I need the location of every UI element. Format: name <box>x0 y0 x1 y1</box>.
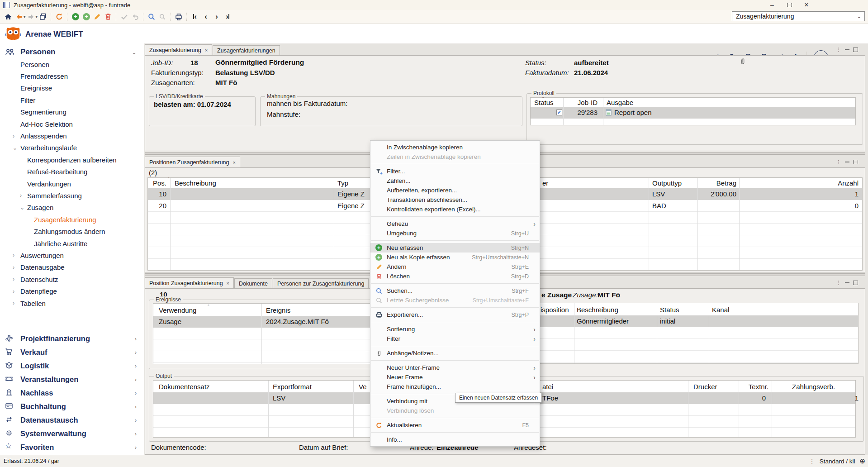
sidebar-item-tabellen[interactable]: ›Tabellen <box>0 297 144 309</box>
menu-item-neu-als-kopie-erfassen[interactable]: Neu als Kopie erfassenStrg+Umschalttaste… <box>370 253 540 262</box>
menu-item-sortierung[interactable]: Sortierung <box>370 324 540 334</box>
close-icon[interactable]: × <box>205 48 208 53</box>
sidebar-section-veranstaltungen[interactable]: Veranstaltungen› <box>0 372 144 386</box>
cell-betrag: 2'000.00 <box>697 190 736 198</box>
panel-controls[interactable]: ⋮ <box>836 280 858 286</box>
sidebar-item-fremdadressen[interactable]: Fremdadressen <box>0 70 144 82</box>
nav-prev-button[interactable]: ‹ <box>201 11 211 22</box>
menu-item-info[interactable]: Info... <box>370 435 540 444</box>
menu-item-neu-erfassen[interactable]: Neu erfassenStrg+N <box>370 243 540 253</box>
home-button[interactable] <box>3 11 13 22</box>
nav-next-button[interactable]: › <box>212 11 222 22</box>
confirm-button[interactable] <box>119 11 129 22</box>
sidebar-item-refuse-bearbeitung[interactable]: Refusé-Bearbeitung <box>0 166 144 178</box>
tab-zusagenfakturierung[interactable]: Zusagenfakturierung× <box>145 44 212 55</box>
sidebar-item-datenpflege[interactable]: ›Datenpflege <box>0 285 144 297</box>
menu-item-transaktionen-abschliessen[interactable]: Transaktionen abschliessen... <box>370 195 540 205</box>
menu-item-gehezu[interactable]: Gehezu <box>370 219 540 229</box>
checkbox-checked[interactable] <box>556 110 562 115</box>
sidebar-section-favoriten[interactable]: ☆Favoriten› <box>0 440 144 454</box>
new-record-button[interactable] <box>71 11 81 22</box>
sidebar-section-verkauf[interactable]: Verkauf› <box>0 345 144 359</box>
sidebar-item-zusagen[interactable]: ⌄Zusagen <box>0 202 144 214</box>
sidebar-item-zusagenfakturierung[interactable]: Zusagenfakturierung <box>0 214 144 225</box>
sidebar-item-verdankungen[interactable]: Verdankungen <box>0 178 144 190</box>
menu-item-neuer-frame[interactable]: Neuer Frame <box>370 372 540 382</box>
menu-item-zaehlen[interactable]: Zählen... <box>370 176 540 186</box>
undo-button[interactable] <box>130 11 140 22</box>
sidebar-item-auswertungen[interactable]: ›Auswertungen <box>0 249 144 261</box>
sidebar-section-logistik[interactable]: Logistik› <box>0 359 144 372</box>
menu-item-filter-submenu[interactable]: Filter <box>370 334 540 343</box>
tab-positionen-zusagenfakturierung[interactable]: Positionen Zusagenfakturierung× <box>145 157 240 167</box>
sidebar-section-nachlass[interactable]: Nachlass› <box>0 386 144 400</box>
submenu-arrow-icon <box>533 335 536 343</box>
new-copy-button[interactable] <box>81 11 91 22</box>
module-selector-value: Zusagenfakturierung <box>736 13 794 20</box>
windows-button[interactable] <box>38 11 48 22</box>
sidebar-item-anlassspenden[interactable]: ›Anlassspenden <box>0 130 144 142</box>
status-profile-text[interactable]: Standard / kli <box>820 458 855 465</box>
zusagenarten-value: MIT Fö <box>215 79 237 86</box>
edit-button[interactable] <box>92 11 102 22</box>
minimize-button[interactable]: – <box>764 0 781 10</box>
menu-item-in-zwischenablage-kopieren[interactable]: In Zwischenablage kopieren <box>370 143 540 152</box>
status-circle-icon[interactable]: ⊕ <box>859 457 865 465</box>
sidebar-section-personen[interactable]: Personen ⌄ <box>0 45 144 59</box>
sidebar-item-datenausgabe[interactable]: ›Datenausgabe <box>0 262 144 273</box>
module-selector[interactable]: Zusagenfakturierung ⌄ <box>732 11 865 21</box>
sidebar-section-datenaustausch[interactable]: Datenaustausch› <box>0 413 144 427</box>
maximize-button[interactable] <box>781 0 798 10</box>
close-icon[interactable]: × <box>227 281 229 286</box>
nav-first-button[interactable]: ‹ <box>190 11 200 22</box>
back-dropdown-icon[interactable]: ▾ <box>24 14 26 19</box>
panel-controls[interactable]: ⋮ <box>836 47 858 53</box>
sidebar-item-korrespondenzen-aufbereiten[interactable]: Korrespondenzen aufbereiten <box>0 154 144 166</box>
menu-item-anhaenge-notizen[interactable]: Anhänge/Notizen... <box>370 348 540 358</box>
menu-item-suchen[interactable]: Suchen...Strg+F <box>370 286 540 295</box>
search-button[interactable] <box>147 11 157 22</box>
close-icon[interactable]: × <box>233 160 236 165</box>
back-button[interactable] <box>14 11 24 22</box>
paperclip-icon[interactable] <box>739 57 747 66</box>
forward-button[interactable] <box>26 11 36 22</box>
menu-item-kontrolldaten-exportieren[interactable]: Kontrolldaten exportieren (Excel)... <box>370 205 540 214</box>
sidebar-item-verarbeitungslaeufe[interactable]: ⌄Verarbeitungsläufe <box>0 142 144 154</box>
tab-position-zusagenfakturierung[interactable]: Position Zusagenfakturierung× <box>145 277 234 288</box>
sidebar-section-buchhaltung[interactable]: Buchhaltung› <box>0 400 144 413</box>
panel-controls[interactable]: ⋮ <box>836 159 858 165</box>
menu-separator <box>371 216 539 217</box>
sidebar-section-projektfinanzierung[interactable]: Projektfinanzierung› <box>0 332 144 345</box>
sidebar-item-ereignisse[interactable]: Ereignisse <box>0 82 144 94</box>
sidebar-item-segmentierung[interactable]: Segmentierung <box>0 106 144 118</box>
menu-item-aufbereiten-exportieren[interactable]: Aufbereiten, exportieren... <box>370 186 540 195</box>
forward-dropdown-icon[interactable]: ▾ <box>36 14 38 19</box>
table-row-selected[interactable] <box>526 315 858 327</box>
nav-last-button[interactable]: › <box>223 11 232 22</box>
menu-item-loeschen[interactable]: LöschenStrg+D <box>370 272 540 281</box>
sidebar-item-filter[interactable]: Filter <box>0 94 144 106</box>
menu-item-neuer-unter-frame[interactable]: Neuer Unter-Frame <box>370 363 540 372</box>
search-results-button[interactable] <box>157 11 167 22</box>
sidebar-item-ad-hoc-selektion[interactable]: Ad-Hoc Selektion <box>0 118 144 130</box>
tab-dokumente[interactable]: Dokumente <box>234 278 272 288</box>
delete-button[interactable] <box>103 11 113 22</box>
sidebar-item-personen[interactable]: Personen <box>0 58 144 70</box>
menu-item-exportieren[interactable]: Exportieren...Strg+P <box>370 310 540 319</box>
menu-item-umgebung[interactable]: UmgebungStrg+U <box>370 229 540 238</box>
tab-zusagenfakturierungen[interactable]: Zusagenfakturierungen <box>213 45 280 55</box>
menu-item-aktualisieren[interactable]: AktualisierenF5 <box>370 420 540 430</box>
sidebar-section-systemverwaltung[interactable]: Systemverwaltung› <box>0 427 144 440</box>
sidebar-item-zahlungsmodus-aendern[interactable]: Zahlungsmodus ändern <box>0 225 144 237</box>
menu-item-filter[interactable]: Filter... <box>370 167 540 176</box>
sidebar-item-sammelerfassung[interactable]: ›Sammelerfassung <box>0 190 144 201</box>
refresh-button[interactable] <box>54 11 64 22</box>
close-button[interactable]: × <box>798 0 815 10</box>
sidebar-item-datenschutz[interactable]: ›Datenschutz <box>0 273 144 285</box>
menu-item-frame-hinzufuegen[interactable]: Frame hinzufügen... <box>370 382 540 391</box>
window-title: Zusagenfakturierung - webift@asp - funtr… <box>14 2 130 9</box>
sidebar-item-jaehrliche-austritte[interactable]: Jährliche Austritte <box>0 238 144 249</box>
menu-item-aendern[interactable]: ÄndernStrg+E <box>370 262 540 272</box>
print-button[interactable] <box>174 11 184 22</box>
tab-personen-zur-zusagenfakturierung[interactable]: Personen zur Zusagenfakturierung <box>273 278 369 288</box>
